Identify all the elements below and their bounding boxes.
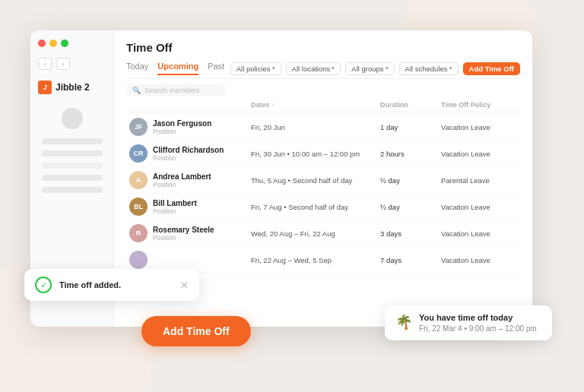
member-position: Position xyxy=(153,154,224,162)
policy-cell: Vacation Leave xyxy=(441,150,517,158)
member-cell: JF Jason Ferguson Position xyxy=(129,118,251,136)
member-avatar: CR xyxy=(129,144,148,163)
dates-cell: Wed, 20 Aug – Fri, 22 Aug xyxy=(251,229,380,238)
dates-cell: Fri, 22 Aug – Wed, 5 Sep xyxy=(251,256,380,264)
add-time-off-button[interactable]: Add Time Off xyxy=(141,316,251,346)
member-cell xyxy=(129,251,251,269)
nav-icons-row: ‹ › xyxy=(30,58,70,70)
table-row[interactable]: JF Jason Ferguson Position Fri, 20 Jun 1… xyxy=(126,114,520,141)
tooltip-subtitle: Fri, 22 Mar 4 • 9:00 am – 12:00 pm xyxy=(419,324,537,333)
policy-cell: Parental Leave xyxy=(441,176,517,185)
table-body: JF Jason Ferguson Position Fri, 20 Jun 1… xyxy=(126,114,520,273)
search-icon: 🔍 xyxy=(132,87,141,94)
tooltip-title: You have time off today xyxy=(419,313,537,322)
member-info: Andrea Lambert Position xyxy=(153,172,211,188)
policy-cell: Vacation Leave xyxy=(441,256,517,264)
th-duration: Duration xyxy=(380,101,441,109)
member-avatar: BL xyxy=(129,198,148,216)
chevron-down-icon: ▾ xyxy=(332,65,335,71)
member-name: Clifford Richardson xyxy=(153,146,224,154)
tab-today[interactable]: Today xyxy=(126,62,148,75)
th-member xyxy=(129,101,251,109)
th-dates[interactable]: Dates xyxy=(251,101,380,109)
member-name: Jason Ferguson xyxy=(153,119,211,128)
logo-icon: J xyxy=(38,81,52,94)
member-position: Position xyxy=(153,207,197,215)
palm-tree-icon: 🌴 xyxy=(395,314,412,330)
logo-area: J Jibble 2 xyxy=(30,81,90,94)
member-avatar: JF xyxy=(129,118,148,136)
member-avatar xyxy=(129,251,148,269)
policy-cell: Vacation Leave xyxy=(441,203,517,211)
member-position: Position xyxy=(153,128,211,135)
window-controls xyxy=(30,40,68,47)
policy-cell: Vacation Leave xyxy=(441,229,517,238)
back-button[interactable]: ‹ xyxy=(38,58,52,70)
time-off-tooltip: 🌴 You have time off today Fri, 22 Mar 4 … xyxy=(385,305,552,340)
forward-button[interactable]: › xyxy=(56,58,70,70)
toast-close-button[interactable]: ✕ xyxy=(180,280,189,291)
toast-message: Time off added. xyxy=(59,280,121,289)
close-dot[interactable] xyxy=(38,40,46,47)
member-avatar: R xyxy=(129,224,148,242)
chevron-down-icon: ▾ xyxy=(449,65,452,71)
duration-cell: 3 days xyxy=(380,229,441,238)
filter-all-schedules[interactable]: All schedules ▾ xyxy=(399,62,459,75)
member-cell: CR Clifford Richardson Position xyxy=(129,144,251,163)
member-cell: A Andrea Lambert Position xyxy=(129,171,251,189)
table-row[interactable]: R Rosemary Steele Position Wed, 20 Aug –… xyxy=(126,220,520,247)
search-placeholder: Search members xyxy=(144,86,199,94)
member-name: Rosemary Steele xyxy=(153,226,214,234)
tabs-row: Today Upcoming Past xyxy=(126,62,224,75)
member-position: Position xyxy=(153,234,214,242)
filter-all-policies[interactable]: All policies ▾ xyxy=(230,62,281,75)
table-row[interactable]: A Andrea Lambert Position Thu, 5 Aug • S… xyxy=(126,167,520,194)
sidebar-menu-item[interactable] xyxy=(42,150,103,156)
sidebar-menu-item-active[interactable] xyxy=(42,163,103,169)
member-info: Bill Lambert Position xyxy=(153,199,197,215)
table-row[interactable]: BL Bill Lambert Position Fri, 7 Aug • Se… xyxy=(126,194,520,220)
tab-upcoming[interactable]: Upcoming xyxy=(157,62,198,75)
dates-cell: Thu, 5 Aug • Second half of day xyxy=(251,176,380,185)
duration-cell: ½ day xyxy=(380,203,441,211)
member-info: Clifford Richardson Position xyxy=(153,146,224,162)
member-info: Jason Ferguson Position xyxy=(153,119,211,135)
toast-check-icon: ✓ xyxy=(35,277,52,293)
filter-all-locations[interactable]: All locations ▾ xyxy=(286,62,341,75)
member-name: Andrea Lambert xyxy=(153,172,211,181)
filter-all-groups[interactable]: All groups ▾ xyxy=(345,62,394,75)
dates-cell: Fri, 20 Jun xyxy=(251,123,380,131)
th-policy: Time Off Policy xyxy=(441,101,517,109)
member-cell: R Rosemary Steele Position xyxy=(129,224,251,242)
maximize-dot[interactable] xyxy=(61,40,68,47)
filters-row: All policies ▾ All locations ▾ All group… xyxy=(230,62,520,75)
tooltip-content: You have time off today Fri, 22 Mar 4 • … xyxy=(419,313,537,333)
logo-text: Jibble 2 xyxy=(56,82,90,93)
table-header: Dates Duration Time Off Policy xyxy=(126,101,520,112)
sidebar-avatar xyxy=(62,108,83,129)
sidebar-menu-item[interactable] xyxy=(42,175,103,181)
search-row: 🔍 Search members xyxy=(126,84,520,96)
dates-cell: Fri, 7 Aug • Second half of day xyxy=(251,203,380,211)
member-cell: BL Bill Lambert Position xyxy=(129,198,251,216)
member-name: Bill Lambert xyxy=(153,199,197,207)
minimize-dot[interactable] xyxy=(49,40,57,47)
dates-cell: Fri, 30 Jun • 10:00 am – 12:00 pm xyxy=(251,150,380,158)
member-avatar: A xyxy=(129,171,148,189)
chevron-down-icon: ▾ xyxy=(386,65,389,71)
table-row[interactable]: CR Clifford Richardson Position Fri, 30 … xyxy=(126,141,520,167)
search-box[interactable]: 🔍 Search members xyxy=(126,84,225,96)
toast-notification: ✓ Time off added. ✕ xyxy=(24,269,199,301)
member-position: Position xyxy=(153,181,211,188)
duration-cell: ½ day xyxy=(380,176,441,185)
duration-cell: 1 day xyxy=(380,123,441,131)
add-time-off-top-button[interactable]: Add Time Off xyxy=(463,62,520,75)
member-info: Rosemary Steele Position xyxy=(153,226,214,242)
policy-cell: Vacation Leave xyxy=(441,123,517,131)
sidebar-menu-item[interactable] xyxy=(42,187,103,193)
chevron-down-icon: ▾ xyxy=(272,65,275,71)
sidebar-menu-item[interactable] xyxy=(42,138,103,144)
duration-cell: 7 days xyxy=(380,256,441,264)
tab-past[interactable]: Past xyxy=(208,62,224,75)
duration-cell: 2 hours xyxy=(380,150,441,158)
